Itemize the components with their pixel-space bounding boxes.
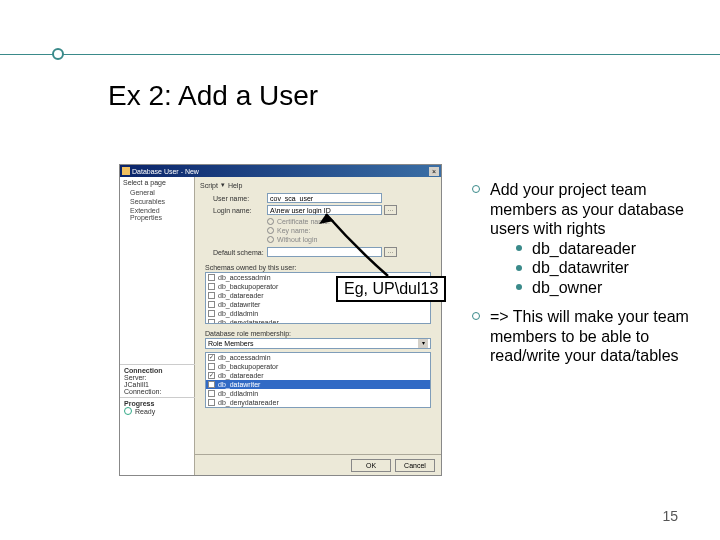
close-icon[interactable]: × bbox=[429, 167, 439, 176]
nav-general[interactable]: General bbox=[120, 188, 194, 197]
nav-securables[interactable]: Securables bbox=[120, 197, 194, 206]
bullet-text-1: Add your project team members as your da… bbox=[490, 180, 692, 239]
roles-dropdown-text: Role Members bbox=[208, 340, 254, 347]
roles-dropdown[interactable]: Role Members ▾ bbox=[205, 338, 431, 349]
connection-sublabel: Connection: bbox=[124, 388, 191, 395]
chevron-down-icon: ▾ bbox=[418, 339, 428, 348]
annotation-box: Eg, UP\dul13 bbox=[336, 276, 446, 302]
script-button[interactable]: Script bbox=[200, 182, 218, 189]
header-bullet-icon bbox=[52, 48, 64, 60]
checkbox-icon[interactable] bbox=[208, 283, 215, 290]
ready-icon bbox=[124, 407, 132, 415]
roles-label: Database role membership: bbox=[205, 330, 439, 337]
checkbox-icon[interactable] bbox=[208, 319, 215, 324]
cancel-button[interactable]: Cancel bbox=[395, 459, 435, 472]
page-number: 15 bbox=[662, 508, 678, 524]
progress-label: Progress bbox=[124, 400, 191, 407]
bullet-circle-icon bbox=[472, 185, 480, 193]
help-button[interactable]: Help bbox=[228, 182, 242, 189]
slide-title: Ex 2: Add a User bbox=[108, 80, 318, 112]
bullet-text-2: => This will make your team members to b… bbox=[490, 307, 692, 366]
checkbox-icon[interactable] bbox=[208, 363, 215, 370]
checkbox-icon[interactable]: ✓ bbox=[208, 354, 215, 361]
checkbox-icon[interactable] bbox=[208, 292, 215, 299]
progress-section: Progress Ready bbox=[120, 397, 195, 417]
cert-radio[interactable] bbox=[267, 218, 274, 225]
progress-ready: Ready bbox=[135, 408, 155, 415]
key-label: Key name: bbox=[277, 227, 310, 234]
checkbox-icon[interactable] bbox=[208, 399, 215, 406]
sub-bullet-3: db_owner bbox=[532, 278, 602, 298]
schema-label: Default schema: bbox=[213, 249, 267, 256]
role-item: db_denydatareader bbox=[218, 399, 279, 406]
role-item: db_datawriter bbox=[218, 381, 260, 388]
ok-button[interactable]: OK bbox=[351, 459, 391, 472]
schema-item: db_datareader bbox=[218, 292, 264, 299]
bullet-content: Add your project team members as your da… bbox=[472, 180, 692, 376]
nologin-label: Without login bbox=[277, 236, 317, 243]
role-item: db_ddladmin bbox=[218, 390, 258, 397]
left-nav-pane: Select a page General Securables Extende… bbox=[120, 177, 195, 475]
role-item: db_backupoperator bbox=[218, 363, 278, 370]
nav-extended[interactable]: Extended Properties bbox=[120, 206, 194, 222]
select-page-label: Select a page bbox=[120, 177, 194, 188]
username-input[interactable] bbox=[267, 193, 382, 203]
sub-bullet-1: db_datareader bbox=[532, 239, 636, 259]
header-rule bbox=[0, 54, 720, 55]
checkbox-icon[interactable] bbox=[208, 310, 215, 317]
nologin-radio[interactable] bbox=[267, 236, 274, 243]
login-label: Login name: bbox=[213, 207, 267, 214]
sub-bullet-2: db_datawriter bbox=[532, 258, 629, 278]
connection-section: Connection Server: JCahill1 Connection: bbox=[120, 364, 195, 397]
username-label: User name: bbox=[213, 195, 267, 202]
schema-item: db_denydatareader bbox=[218, 319, 279, 324]
checkbox-icon[interactable] bbox=[208, 390, 215, 397]
schema-item: db_backupoperator bbox=[218, 283, 278, 290]
dialog-icon bbox=[122, 167, 130, 175]
arrow-icon bbox=[316, 208, 406, 278]
bullet-dot-icon bbox=[516, 265, 522, 271]
bullet-dot-icon bbox=[516, 245, 522, 251]
checkbox-icon[interactable] bbox=[208, 274, 215, 281]
bullet-dot-icon bbox=[516, 284, 522, 290]
server-label: Server: bbox=[124, 374, 191, 381]
roles-listbox[interactable]: ✓db_accessadmin db_backupoperator ✓db_da… bbox=[205, 352, 431, 408]
role-item: db_accessadmin bbox=[218, 354, 271, 361]
dialog-titlebar: Database User - New × bbox=[120, 165, 441, 177]
checkbox-icon[interactable] bbox=[208, 301, 215, 308]
bullet-circle-icon bbox=[472, 312, 480, 320]
checkbox-icon[interactable]: ✓ bbox=[208, 381, 215, 388]
dialog-title: Database User - New bbox=[132, 168, 199, 175]
connection-label: Connection bbox=[124, 367, 191, 374]
dialog-toolbar: Script ▾ Help bbox=[197, 179, 439, 191]
checkbox-icon[interactable]: ✓ bbox=[208, 372, 215, 379]
role-item: db_datareader bbox=[218, 372, 264, 379]
schema-item: db_accessadmin bbox=[218, 274, 271, 281]
schema-item: db_ddladmin bbox=[218, 310, 258, 317]
key-radio[interactable] bbox=[267, 227, 274, 234]
schema-item: db_datawriter bbox=[218, 301, 260, 308]
server-value: JCahill1 bbox=[124, 381, 191, 388]
